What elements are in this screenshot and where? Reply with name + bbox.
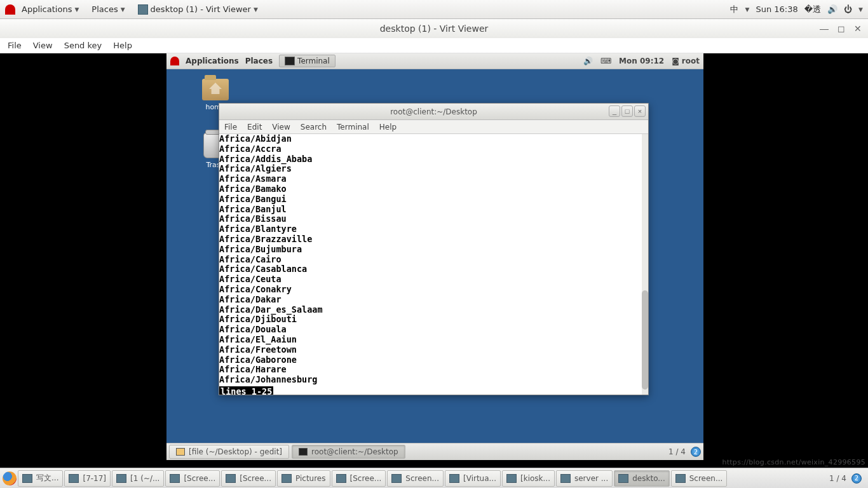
taskbar-label: Screen... — [405, 474, 439, 483]
guest-top-panel: Applications Places Terminal 🔊 ⌨ Mon 09:… — [166, 53, 703, 69]
watermark: https://blog.csdn.net/weixin_42996595 — [722, 458, 865, 466]
guest-clock[interactable]: Mon 09:12 — [619, 57, 664, 65]
terminal-menu-file[interactable]: File — [224, 123, 237, 132]
window-title: desktop (1) - Virt Viewer — [380, 24, 489, 34]
terminal-scrollbar[interactable] — [642, 134, 648, 395]
host-taskbar-item[interactable]: [Scree... — [332, 470, 386, 487]
user-icon: ◙ — [672, 57, 679, 65]
active-app-menu[interactable]: desktop (1) - Virt Viewer ▼ — [135, 4, 261, 15]
guest-display-frame: Applications Places Terminal 🔊 ⌨ Mon 09:… — [0, 53, 868, 468]
terminal-titlebar[interactable]: root@client:~/Desktop _ □ × — [219, 104, 648, 120]
menu-view[interactable]: View — [33, 41, 53, 50]
terminal-menu-view[interactable]: View — [272, 123, 290, 132]
guest-bottom-panel: [file (~/Desktop) - gedit] root@client:~… — [166, 443, 703, 460]
app-icon — [560, 474, 571, 483]
host-taskbar-item[interactable]: Screen... — [671, 470, 728, 487]
volume-icon[interactable]: 🔊 — [827, 4, 837, 14]
virt-viewer-window: desktop (1) - Virt Viewer — ◻ ✕ File Vie… — [0, 19, 868, 468]
taskbar-label: Screen... — [689, 474, 723, 483]
terminal-output: Africa/Abidjan Africa/Accra Africa/Addis… — [219, 134, 648, 385]
terminal-menu-search[interactable]: Search — [301, 123, 327, 132]
terminal-icon — [299, 448, 308, 456]
host-top-panel: Applications ▼ Places ▼ desktop (1) - Vi… — [0, 0, 868, 19]
host-taskbar-item[interactable]: Screen... — [387, 470, 444, 487]
taskbar-label: Pictures — [295, 474, 326, 483]
app-icon — [170, 474, 180, 483]
host-taskbar-item[interactable]: Pictures — [277, 470, 330, 487]
guest-volume-icon[interactable]: 🔊 — [583, 57, 593, 65]
taskbar-item-terminal[interactable]: root@client:~/Desktop — [292, 445, 405, 459]
workspace-label: 1 / 4 — [668, 447, 686, 456]
close-button[interactable]: ✕ — [854, 24, 862, 34]
firefox-launcher[interactable] — [3, 471, 17, 485]
applications-menu[interactable]: Applications ▼ — [19, 4, 81, 14]
gedit-icon — [176, 448, 185, 456]
guest-desktop[interactable]: Applications Places Terminal 🔊 ⌨ Mon 09:… — [166, 53, 703, 460]
app-icon — [336, 474, 346, 483]
terminal-minimize-button[interactable]: _ — [609, 105, 620, 117]
taskbar-label: [Scree... — [184, 474, 215, 483]
taskbar-item-gedit[interactable]: [file (~/Desktop) - gedit] — [169, 445, 289, 459]
menu-file[interactable]: File — [8, 41, 22, 50]
wifi-icon[interactable]: �透 — [804, 4, 821, 15]
host-taskbar-item[interactable]: [7-17] — [64, 470, 111, 487]
terminal-title: root@client:~/Desktop — [390, 107, 477, 116]
terminal-icon — [285, 57, 295, 65]
host-taskbar-item[interactable]: [Scree... — [221, 470, 276, 487]
host-taskbar-item[interactable]: [Scree... — [165, 470, 220, 487]
taskbar-label: 写文... — [36, 473, 58, 484]
app-icon — [675, 474, 686, 483]
taskbar-label: [kiosk... — [520, 474, 550, 483]
minimize-button[interactable]: — — [820, 24, 829, 34]
terminal-close-button[interactable]: × — [634, 105, 646, 117]
guest-places-menu[interactable]: Places — [245, 57, 273, 65]
host-taskbar-item[interactable]: 写文... — [18, 470, 63, 487]
host-taskbar-item[interactable]: [Virtua... — [445, 470, 501, 487]
taskbar-label: [Scree... — [240, 474, 271, 483]
guest-user-menu[interactable]: ◙root — [672, 57, 700, 65]
guest-keyboard-icon[interactable]: ⌨ — [600, 57, 611, 65]
host-taskbar-item[interactable]: server ... — [556, 470, 613, 487]
terminal-body[interactable]: Africa/Abidjan Africa/Accra Africa/Addis… — [219, 134, 648, 395]
virt-viewer-titlebar[interactable]: desktop (1) - Virt Viewer — ◻ ✕ — [0, 19, 868, 38]
guest-active-task[interactable]: Terminal — [279, 55, 336, 67]
taskbar-label: deskto... — [632, 474, 665, 483]
app-icon — [116, 474, 126, 483]
app-icon — [391, 474, 402, 483]
maximize-button[interactable]: ◻ — [837, 24, 845, 34]
power-icon[interactable]: ⏻ — [844, 4, 852, 14]
menu-sendkey[interactable]: Send key — [64, 41, 102, 50]
host-bottom-panel: 写文...[7-17][1 (~/...[Scree...[Scree...Pi… — [0, 468, 868, 488]
app-icon — [22, 474, 32, 483]
app-icon — [69, 474, 79, 483]
taskbar-label: [1 (~/... — [130, 474, 159, 483]
places-menu[interactable]: Places ▼ — [89, 4, 127, 14]
virt-viewer-menubar: File View Send key Help — [0, 38, 868, 53]
guest-distro-logo-icon — [170, 57, 179, 65]
host-taskbar-item[interactable]: [1 (~/... — [112, 470, 164, 487]
app-icon — [618, 474, 628, 483]
taskbar-label: [7-17] — [83, 474, 106, 483]
app-icon — [506, 474, 517, 483]
guest-applications-menu[interactable]: Applications — [186, 57, 239, 65]
terminal-menu-help[interactable]: Help — [379, 123, 397, 132]
workspace-switcher[interactable]: 2 — [691, 447, 701, 457]
distro-logo-icon — [5, 4, 15, 15]
host-workspace-switcher[interactable]: 2 — [851, 473, 862, 484]
clock[interactable]: Sun 16:38 — [756, 4, 797, 14]
input-method-indicator[interactable]: 中 — [730, 4, 738, 15]
terminal-maximize-button[interactable]: □ — [621, 105, 633, 117]
taskbar-label: [Virtua... — [463, 474, 496, 483]
taskbar-label: [Scree... — [350, 474, 382, 483]
host-taskbar-item[interactable]: deskto... — [614, 470, 669, 487]
terminal-menu-terminal[interactable]: Terminal — [337, 123, 369, 132]
app-icon — [449, 474, 459, 483]
host-workspace-label: 1 / 4 — [829, 474, 846, 483]
scrollbar-thumb[interactable] — [642, 290, 648, 390]
app-icon — [226, 474, 236, 483]
pager-status: lines 1-25 — [219, 386, 273, 395]
host-taskbar-item[interactable]: [kiosk... — [502, 470, 555, 487]
terminal-window: root@client:~/Desktop _ □ × File Edit Vi… — [219, 103, 649, 395]
terminal-menu-edit[interactable]: Edit — [247, 123, 262, 132]
menu-help[interactable]: Help — [113, 41, 132, 50]
